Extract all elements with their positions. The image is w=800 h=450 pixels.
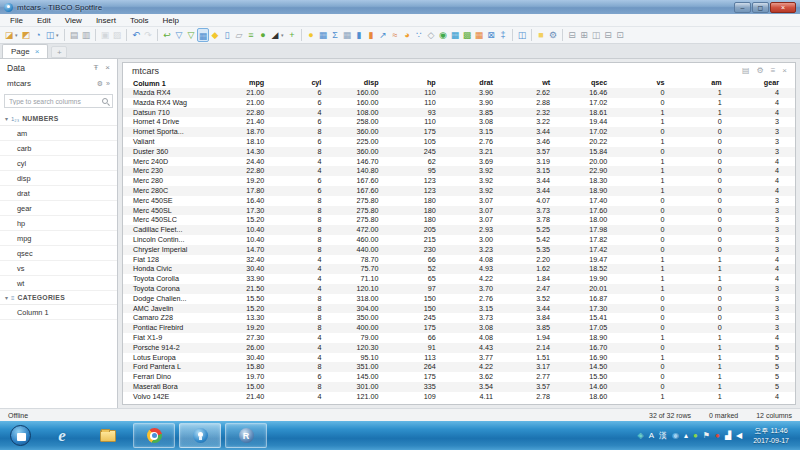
add-page-button[interactable]: + (51, 46, 67, 58)
save-dropdown-icon[interactable]: ▾ (56, 32, 61, 38)
column-item-vs[interactable]: vs (0, 261, 117, 276)
close-button[interactable]: × (770, 2, 796, 13)
open-icon[interactable]: ◪ (3, 28, 15, 42)
stacked-bar-chart-icon[interactable]: ▮ (365, 28, 377, 42)
menu-edit[interactable]: Edit (30, 16, 58, 25)
reload-data-icon[interactable]: ◔ (32, 28, 44, 42)
table-row[interactable]: Dodge Challen...15.508318.001502.763.521… (123, 294, 795, 304)
scatter-plot-icon[interactable]: ∵ (413, 28, 425, 42)
table-row[interactable]: Hornet 4 Drive21.406258.001103.083.2219.… (123, 117, 795, 127)
dataset-settings-gear-icon[interactable]: ⚙ (97, 80, 103, 88)
column-item-mpg[interactable]: mpg (0, 231, 117, 246)
expand-panel-icon[interactable]: » (106, 80, 110, 88)
filtering-schemes-icon[interactable]: ▽ (185, 28, 197, 42)
action-center-flag-icon[interactable]: ⚑ (703, 431, 710, 441)
export-to-presentation-icon[interactable]: ▥ (80, 28, 92, 42)
line-chart-icon[interactable]: ↗ (377, 28, 389, 42)
column-item-gear[interactable]: gear (0, 201, 117, 216)
menu-file[interactable]: File (3, 16, 30, 25)
column-header-disp[interactable]: disp (337, 78, 394, 88)
settings-gear-icon[interactable]: ⚙ (756, 66, 763, 75)
comments-icon[interactable]: ● (257, 28, 269, 42)
maximize-button[interactable]: ◻ (752, 2, 769, 13)
maximize-visualization-icon[interactable]: ⊡ (614, 28, 626, 42)
column-item-drat[interactable]: drat (0, 186, 117, 201)
table-row[interactable]: Datsun 71022.804108.00933.852.3218.61114 (123, 108, 795, 118)
table-row[interactable]: Ford Pantera L15.808351.002644.223.1714.… (123, 362, 795, 372)
new-table-icon[interactable]: ▦ (317, 28, 329, 42)
cross-table-icon[interactable]: ▦ (341, 28, 353, 42)
spotfire-taskbar-button[interactable] (179, 423, 221, 448)
display-mode-icon[interactable]: ◢ (269, 28, 281, 42)
file-explorer-taskbar-button[interactable] (87, 423, 129, 448)
search-input[interactable] (9, 98, 102, 105)
table-row[interactable]: Hornet Sporta...18.708360.001753.153.441… (123, 127, 795, 137)
chrome-taskbar-button[interactable] (133, 423, 175, 448)
column-item-am[interactable]: am (0, 126, 117, 141)
panel-layout-columns-icon[interactable]: ◫ (590, 28, 602, 42)
table-row[interactable]: Toyota Corona21.504120.10973.702.4720.01… (123, 284, 795, 294)
filters-icon[interactable]: ▽ (173, 28, 185, 42)
tab-page[interactable]: Page × (2, 44, 48, 58)
column-item-wt[interactable]: wt (0, 276, 117, 291)
bar-chart-icon[interactable]: ▮ (353, 28, 365, 42)
column-header-am[interactable]: am (681, 78, 738, 88)
column-header-wt[interactable]: wt (509, 78, 566, 88)
hanja-key-icon[interactable]: 漢 (659, 431, 667, 441)
window-title-bar[interactable]: mtcars - TIBCO Spotfire – ◻ × (0, 0, 800, 14)
pie-chart-icon[interactable]: ◕ (401, 28, 413, 42)
table-row[interactable]: Pontiac Firebird19.208400.001753.083.851… (123, 323, 795, 333)
close-icon[interactable]: × (782, 66, 787, 75)
column-header-drat[interactable]: drat (452, 78, 509, 88)
recommendations-icon[interactable]: ● (305, 28, 317, 42)
table-row[interactable]: Duster 36014.308360.002453.213.5715.8400… (123, 147, 795, 157)
table-row[interactable]: Ferrari Dino19.706145.001753.622.7715.50… (123, 372, 795, 382)
minimize-button[interactable]: – (734, 2, 751, 13)
ime-mode-icon[interactable]: ◉ (672, 431, 679, 441)
column-header-qsec[interactable]: qsec (566, 78, 623, 88)
menu-tools[interactable]: Tools (123, 16, 156, 25)
taskbar-clock[interactable]: 오후 11:46 2017-09-17 (747, 426, 793, 445)
table-row[interactable]: Chrysler Imperial14.708440.002303.235.35… (123, 245, 795, 255)
column-item-disp[interactable]: disp (0, 171, 117, 186)
tab-close-icon[interactable]: × (35, 47, 40, 56)
table-row[interactable]: Fiat 12832.40478.70664.082.2019.47114 (123, 255, 795, 265)
map-chart-icon[interactable]: ◉ (437, 28, 449, 42)
table-row[interactable]: Mazda RX421.006160.001103.902.6216.46014 (123, 88, 795, 98)
table-row[interactable]: Mazda RX4 Wag21.006160.001103.902.8817.0… (123, 98, 795, 108)
table-row[interactable]: AMC Javelin15.208304.001503.153.4417.300… (123, 304, 795, 314)
3d-scatter-plot-icon[interactable]: ◇ (425, 28, 437, 42)
column-header-cyl[interactable]: cyl (280, 78, 337, 88)
table-row[interactable]: Honda Civic30.40475.70524.931.6218.52114 (123, 264, 795, 274)
undo-icon[interactable]: ↶ (130, 28, 142, 42)
tools-options-icon[interactable]: ⚙ (547, 28, 559, 42)
section-header-numbers[interactable]: ▾1₂₃NUMBERS (0, 112, 117, 126)
tags-icon[interactable]: ◆ (209, 28, 221, 42)
heat-map-icon[interactable]: ▩ (461, 28, 473, 42)
document-properties-icon[interactable]: ◫ (516, 28, 528, 42)
safely-remove-hardware-icon[interactable]: ● (693, 431, 698, 441)
menu-insert[interactable]: Insert (89, 16, 123, 25)
step-back-icon[interactable]: ↩ (161, 28, 173, 42)
column-header-vs[interactable]: vs (623, 78, 680, 88)
pin-icon[interactable]: Ŧ (93, 63, 98, 72)
r-project-taskbar-button[interactable]: R (225, 423, 267, 448)
parallel-coordinate-plot-icon[interactable]: ⊠ (485, 28, 497, 42)
column-header-gear[interactable]: gear (738, 78, 795, 88)
filter-indicator-icon[interactable]: ▤ (742, 66, 750, 75)
table-row[interactable]: Lincoln Contin...10.408460.002153.005.42… (123, 235, 795, 245)
panel-layout-left-icon[interactable]: ⊟ (566, 28, 578, 42)
column-item-qsec[interactable]: qsec (0, 246, 117, 261)
bookmarks-icon[interactable]: ■ (535, 28, 547, 42)
column-item-carb[interactable]: carb (0, 141, 117, 156)
network-icon[interactable]: ▟ (725, 431, 731, 441)
data-table-view-icon[interactable]: ▦ (197, 28, 209, 42)
properties-list-icon[interactable]: ≡ (771, 66, 776, 75)
column-search-box[interactable] (4, 94, 113, 108)
details-on-demand-icon[interactable]: ▯ (221, 28, 233, 42)
column-item-hp[interactable]: hp (0, 216, 117, 231)
table-row[interactable]: Merc 450SE16.408275.801803.074.0717.4000… (123, 196, 795, 206)
column-item-column-1[interactable]: Column 1 (0, 305, 117, 320)
panel-layout-grid-icon[interactable]: ⊞ (578, 28, 590, 42)
table-row[interactable]: Fiat X1-927.30479.00664.081.9418.90114 (123, 333, 795, 343)
